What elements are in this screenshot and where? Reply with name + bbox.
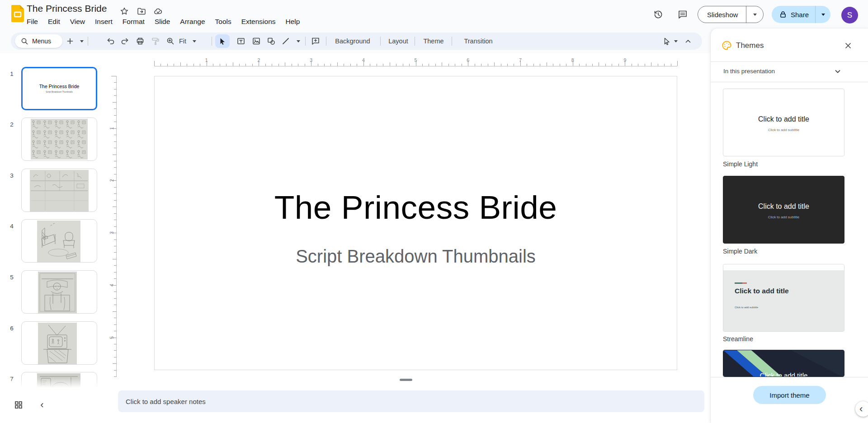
version-history-icon[interactable] bbox=[650, 6, 666, 23]
paint-format-button[interactable] bbox=[150, 34, 161, 48]
pointer-mode-dropdown[interactable] bbox=[673, 34, 679, 48]
theme-card-simple-light[interactable]: Click to add title Click to add subtitle bbox=[723, 89, 844, 156]
pointer-mode-button[interactable] bbox=[661, 34, 673, 48]
insert-shape-button[interactable] bbox=[265, 34, 277, 48]
grid-view-button[interactable] bbox=[11, 397, 26, 413]
insert-image-button[interactable] bbox=[250, 34, 262, 48]
palette-icon bbox=[722, 40, 732, 51]
zoom-in-icon bbox=[166, 37, 175, 46]
star-icon[interactable] bbox=[119, 6, 130, 17]
share-button[interactable]: Share bbox=[772, 6, 815, 23]
theme-top-band bbox=[723, 264, 844, 270]
pointer-outline-icon bbox=[663, 37, 671, 45]
menu-tools[interactable]: Tools bbox=[210, 16, 236, 28]
undo-button[interactable] bbox=[105, 34, 117, 48]
new-slide-dropdown[interactable] bbox=[79, 34, 85, 48]
insert-line-button[interactable] bbox=[280, 34, 292, 48]
themes-panel-header: Themes bbox=[711, 28, 868, 61]
slideshow-dropdown[interactable] bbox=[746, 6, 763, 23]
slide-thumbnail-1[interactable]: The Princess Bride Script Breakdown Thum… bbox=[21, 67, 97, 110]
sketch-bedroom-image bbox=[37, 221, 80, 262]
chevron-left-icon: ‹ bbox=[859, 404, 863, 414]
layout-button[interactable]: Layout bbox=[384, 34, 412, 48]
slide-thumbnail-3[interactable] bbox=[21, 169, 97, 212]
hide-menus-button[interactable] bbox=[682, 34, 694, 48]
toolbar-divider bbox=[326, 37, 326, 46]
menu-format[interactable]: Format bbox=[118, 16, 150, 28]
plus-icon bbox=[66, 37, 74, 45]
slide-thumbnail-5[interactable] bbox=[21, 270, 97, 314]
slide-thumbnail-6[interactable] bbox=[21, 321, 97, 365]
redo-icon bbox=[120, 37, 129, 46]
menu-extensions[interactable]: Extensions bbox=[236, 16, 281, 28]
comment-add-icon bbox=[311, 37, 320, 46]
print-button[interactable] bbox=[134, 34, 146, 48]
redo-button[interactable] bbox=[119, 34, 131, 48]
menu-help[interactable]: Help bbox=[281, 16, 305, 28]
close-panel-button[interactable] bbox=[841, 38, 855, 53]
theme-name: Simple Dark bbox=[723, 248, 757, 255]
panel-divider bbox=[711, 82, 868, 82]
menubar: File Edit View Insert Format Slide Arran… bbox=[22, 16, 305, 28]
slide-thumbnail-7[interactable] bbox=[21, 372, 97, 390]
theme-preview-title: Click to add title bbox=[723, 202, 844, 211]
theme-card-streamline[interactable]: Click to add title Click to add subtitle bbox=[723, 264, 844, 332]
horizontal-ruler: 123456789 bbox=[154, 57, 677, 66]
themes-panel-title: Themes bbox=[736, 41, 764, 50]
account-avatar[interactable]: S bbox=[841, 7, 858, 24]
slide-subtitle-textbox[interactable]: Script Breakdown Thumbnails bbox=[155, 246, 677, 267]
line-dropdown[interactable] bbox=[295, 34, 302, 48]
share-label: Share bbox=[791, 11, 809, 19]
menu-edit[interactable]: Edit bbox=[43, 16, 65, 28]
transition-button[interactable]: Transition bbox=[456, 34, 501, 48]
menu-arrange[interactable]: Arrange bbox=[175, 16, 210, 28]
theme-preview-title: Click to add title bbox=[723, 115, 844, 123]
comments-icon[interactable] bbox=[675, 6, 691, 23]
theme-card-simple-dark[interactable]: Click to add title Click to add subtitle bbox=[723, 176, 844, 244]
slide-number: 5 bbox=[6, 274, 17, 281]
theme-preview-subtitle: Click to add subtitle bbox=[723, 128, 844, 132]
slide-thumbnail-2[interactable] bbox=[21, 118, 97, 161]
in-this-presentation-row[interactable]: In this presentation bbox=[711, 61, 868, 82]
menu-view[interactable]: View bbox=[65, 16, 90, 28]
menus-label: Menus bbox=[32, 38, 51, 45]
caret-down-icon bbox=[80, 40, 84, 42]
slide-canvas[interactable]: The Princess Bride Script Breakdown Thum… bbox=[154, 76, 677, 370]
slide-number: 2 bbox=[6, 121, 17, 128]
add-comment-button[interactable] bbox=[310, 34, 321, 48]
sketch-partial-image bbox=[37, 373, 80, 390]
slide-thumbnail-4[interactable] bbox=[21, 219, 97, 263]
document-title[interactable]: The Princess Bride bbox=[27, 3, 107, 14]
speaker-notes-resize-handle[interactable] bbox=[400, 379, 412, 381]
undo-icon bbox=[106, 37, 115, 46]
search-menus-button[interactable]: Menus bbox=[15, 34, 62, 48]
menu-file[interactable]: File bbox=[22, 16, 43, 28]
move-folder-icon[interactable] bbox=[136, 6, 147, 17]
hide-side-panel-button[interactable]: ‹ bbox=[855, 401, 868, 417]
search-icon bbox=[20, 37, 28, 45]
menu-slide[interactable]: Slide bbox=[150, 16, 175, 28]
toolbar: Menus Fit bbox=[11, 33, 702, 50]
speaker-notes-input[interactable]: Click to add speaker notes bbox=[118, 390, 704, 412]
zoom-fit-dropdown[interactable]: Fit bbox=[175, 34, 209, 48]
select-tool-button[interactable] bbox=[215, 34, 230, 48]
toolbar-divider bbox=[380, 37, 381, 46]
theme-card-partial[interactable]: Click to add title bbox=[723, 350, 844, 377]
theme-button[interactable]: Theme bbox=[419, 34, 448, 48]
text-box-button[interactable] bbox=[235, 34, 247, 48]
new-slide-button[interactable] bbox=[64, 34, 76, 48]
slide-title-textbox[interactable]: The Princess Bride bbox=[155, 188, 677, 226]
menu-insert[interactable]: Insert bbox=[90, 16, 118, 28]
slideshow-button[interactable]: Slideshow bbox=[698, 6, 746, 23]
share-dropdown[interactable] bbox=[815, 6, 830, 23]
sketch-panels-image bbox=[30, 170, 89, 212]
slide-number: 4 bbox=[6, 223, 17, 230]
background-button[interactable]: Background bbox=[330, 34, 375, 48]
import-theme-button[interactable]: Import theme bbox=[753, 386, 826, 404]
cloud-saved-icon[interactable] bbox=[153, 6, 164, 17]
theme-accent-dash bbox=[742, 282, 747, 284]
section-label: In this presentation bbox=[723, 68, 775, 75]
share-button-group: Share bbox=[772, 6, 830, 23]
panel-divider bbox=[711, 377, 868, 377]
collapse-filmstrip-button[interactable]: ‹ bbox=[34, 397, 50, 413]
